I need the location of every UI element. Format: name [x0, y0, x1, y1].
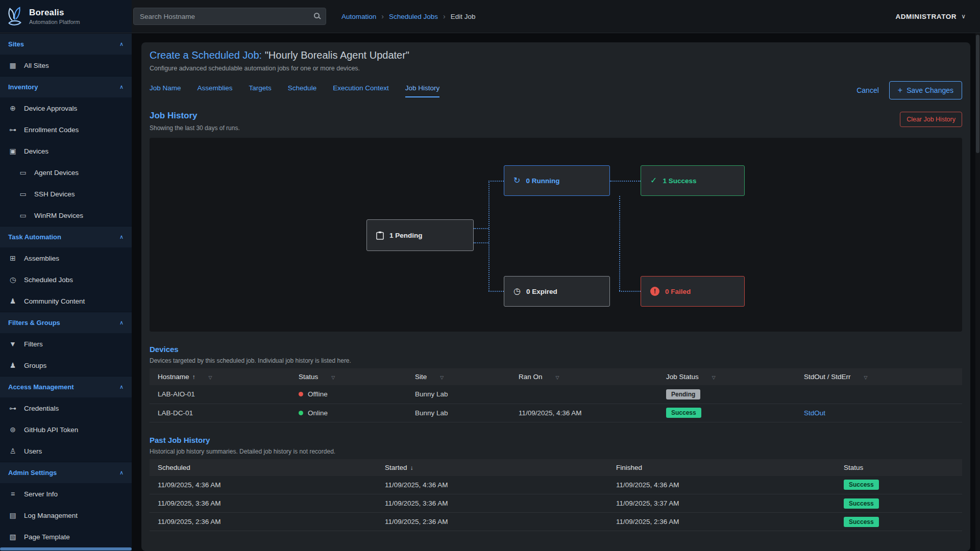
brand[interactable]: Borealis Automation Platform: [0, 0, 132, 33]
tab-schedule[interactable]: Schedule: [288, 84, 316, 97]
flow-pending-label: 1 Pending: [389, 232, 423, 239]
sidebar-item-community-content[interactable]: ♟Community Content: [0, 290, 132, 312]
filter-icon[interactable]: ▽: [209, 375, 212, 380]
flow-pending-box[interactable]: 1 Pending: [366, 219, 474, 251]
sort-arrow-icon[interactable]: ↑: [192, 373, 195, 381]
flow-expired-box[interactable]: ◷ 0 Expired: [504, 276, 610, 307]
devices-column-hostname[interactable]: Hostname↑▽: [150, 368, 290, 385]
breadcrumb-separator: ›: [443, 12, 446, 20]
sidebar-item-winrm-devices[interactable]: ▭WinRM Devices: [0, 205, 132, 226]
sidebar-item-filters[interactable]: ▼Filters: [0, 333, 132, 355]
past-history-row[interactable]: 11/09/2025, 4:36 AM11/09/2025, 4:36 AM11…: [150, 476, 962, 494]
flow-success-box[interactable]: ✓ 1 Success: [641, 165, 745, 196]
breadcrumb-item-automation[interactable]: Automation: [341, 13, 376, 20]
devices-table-head-row: Hostname↑▽Status▽Site▽Ran On▽Job Status▽…: [150, 368, 962, 385]
check-icon: ✓: [650, 177, 657, 185]
brand-text: Borealis Automation Platform: [29, 8, 80, 25]
devices-column-status[interactable]: Status▽: [290, 368, 407, 385]
clear-job-history-button[interactable]: Clear Job History: [900, 112, 962, 127]
device-row-lab-aio-01[interactable]: LAB-AIO-01OfflineBunny LabPending: [150, 385, 962, 404]
sidebar-item-label: Assemblies: [24, 255, 59, 262]
status-badge: Success: [844, 480, 879, 490]
job-history-subheading: Showing the last 30 days of runs.: [150, 124, 240, 132]
sidebar-section-sites[interactable]: Sites∧: [0, 33, 132, 55]
sidebar-section-access-management[interactable]: Access Management∧: [0, 376, 132, 397]
tab-job-history[interactable]: Job History: [405, 84, 440, 97]
devices-column-ran-on[interactable]: Ran On▽: [510, 368, 658, 385]
search-icon[interactable]: [314, 13, 320, 18]
page-title: Create a Scheduled Job: "Hourly Borealis…: [150, 49, 962, 61]
search-box: [133, 8, 326, 25]
user-menu[interactable]: ADMINISTRATOR ∨: [895, 0, 980, 33]
breadcrumb-item-edit-job[interactable]: Edit Job: [451, 13, 476, 20]
sidebar-item-assemblies[interactable]: ⊞Assemblies: [0, 247, 132, 269]
sidebar-section-inventory[interactable]: Inventory∧: [0, 76, 132, 97]
clipboard-icon: [376, 231, 384, 240]
sort-arrow-icon[interactable]: ↓: [410, 464, 413, 471]
sidebar-item-groups[interactable]: ♟Groups: [0, 355, 132, 376]
filter-icon[interactable]: ▽: [712, 375, 716, 380]
sidebar-item-device-approvals[interactable]: ⊕Device Approvals: [0, 97, 132, 119]
filter-icon[interactable]: ▽: [440, 375, 444, 380]
cancel-button[interactable]: Cancel: [856, 86, 879, 94]
filter-icon[interactable]: ▽: [556, 375, 559, 380]
sidebar-item-server-info[interactable]: ≡Server Info: [0, 483, 132, 505]
tab-assemblies[interactable]: Assemblies: [198, 84, 233, 97]
devices-column-site[interactable]: Site▽: [407, 368, 510, 385]
sidebar-item-github-api-token[interactable]: ⊚GitHub API Token: [0, 419, 132, 440]
tab-targets[interactable]: Targets: [249, 84, 272, 97]
tab-execution-context[interactable]: Execution Context: [333, 84, 389, 97]
column-label: StdOut / StdErr: [804, 373, 851, 381]
past-column-scheduled[interactable]: Scheduled: [150, 459, 377, 476]
sidebar-item-users[interactable]: ♙Users: [0, 440, 132, 462]
sidebar-section-admin-settings[interactable]: Admin Settings∧: [0, 462, 132, 483]
job-flow-diagram: 1 Pending ↻ 0 Running ✓ 1 Success ◷ 0 Ex…: [150, 138, 962, 332]
sidebar-scrollbar[interactable]: [0, 547, 132, 550]
past-history-table: ScheduledStarted↓FinishedStatus 11/09/20…: [150, 459, 962, 532]
key-icon: ⊶: [8, 404, 17, 412]
sidebar-item-label: Credentials: [24, 405, 59, 412]
sidebar-item-label: Page Template: [24, 533, 70, 541]
sidebar-item-page-template[interactable]: ▧Page Template: [0, 526, 132, 547]
stdout-link[interactable]: StdOut: [804, 409, 825, 417]
column-label: Ran On: [519, 373, 543, 381]
past-column-started[interactable]: Started↓: [377, 459, 608, 476]
device-row-lab-dc-01[interactable]: LAB-DC-01OnlineBunny Lab11/09/2025, 4:36…: [150, 404, 962, 422]
sidebar-item-agent-devices[interactable]: ▭Agent Devices: [0, 162, 132, 183]
sidebar-item-log-management[interactable]: ▤Log Management: [0, 505, 132, 526]
search-input[interactable]: [133, 8, 326, 25]
sidebar-item-enrollment-codes[interactable]: ⊶Enrollment Codes: [0, 119, 132, 140]
past-scheduled: 11/09/2025, 4:36 AM: [150, 476, 377, 494]
devices-table: Hostname↑▽Status▽Site▽Ran On▽Job Status▽…: [150, 368, 962, 422]
main-scrollbar-thumb[interactable]: [976, 35, 979, 153]
filter-icon[interactable]: ▽: [331, 375, 335, 380]
sidebar-item-all-sites[interactable]: ▦All Sites: [0, 55, 132, 76]
breadcrumb-item-scheduled-jobs[interactable]: Scheduled Jobs: [389, 13, 438, 20]
main-scrollbar[interactable]: [975, 33, 980, 551]
status-dot-icon: [299, 392, 303, 396]
past-column-finished[interactable]: Finished: [608, 459, 836, 476]
filter-icon[interactable]: ▽: [864, 375, 868, 380]
devices-column-stdout-stderr[interactable]: StdOut / StdErr▽: [796, 368, 962, 385]
sidebar-item-credentials[interactable]: ⊶Credentials: [0, 397, 132, 419]
sidebar-item-scheduled-jobs[interactable]: ◷Scheduled Jobs: [0, 269, 132, 290]
save-changes-button[interactable]: + Save Changes: [889, 81, 962, 99]
sidebar-section-task-automation[interactable]: Task Automation∧: [0, 226, 132, 247]
flow-running-box[interactable]: ↻ 0 Running: [504, 165, 610, 196]
flow-failed-box[interactable]: ! 0 Failed: [641, 276, 745, 307]
past-column-status[interactable]: Status: [836, 459, 962, 476]
past-history-row[interactable]: 11/09/2025, 3:36 AM11/09/2025, 3:36 AM11…: [150, 494, 962, 513]
device-status: Offline: [290, 385, 407, 404]
past-started: 11/09/2025, 2:36 AM: [377, 513, 608, 531]
tab-job-name[interactable]: Job Name: [150, 84, 181, 97]
sidebar-item-ssh-devices[interactable]: ▭SSH Devices: [0, 183, 132, 205]
devices-column-job-status[interactable]: Job Status▽: [658, 368, 796, 385]
stopwatch-icon: ◷: [513, 287, 521, 295]
sidebar-item-devices[interactable]: ▣Devices: [0, 140, 132, 162]
past-history-row[interactable]: 11/09/2025, 2:36 AM11/09/2025, 2:36 AM11…: [150, 513, 962, 531]
refresh-icon: ↻: [513, 177, 520, 185]
devices-icon: ▣: [8, 147, 17, 155]
sidebar-item-label: Devices: [24, 147, 48, 155]
building-icon: ▦: [8, 61, 17, 69]
sidebar-section-filters-groups[interactable]: Filters & Groups∧: [0, 312, 132, 333]
